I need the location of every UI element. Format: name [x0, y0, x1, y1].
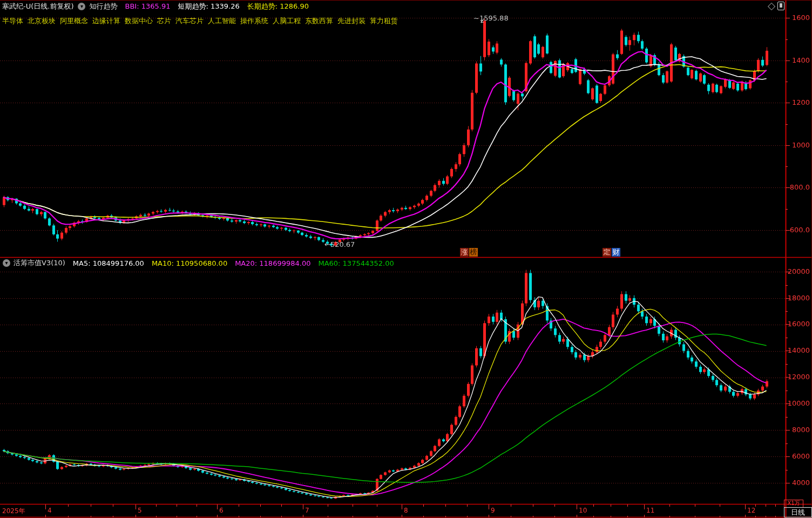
window-panel-icon[interactable] — [777, 2, 784, 10]
price-axis-label: 1600 — [787, 14, 810, 22]
value-axis-label: 18000 — [787, 294, 810, 302]
value-axis-label: 4000 — [787, 479, 810, 487]
value-axis-label: 10000 — [787, 399, 810, 407]
sector-tag[interactable]: 人工智能 — [208, 17, 236, 25]
month-label-5: 5 — [138, 507, 142, 514]
price-axis-label: 1200 — [787, 98, 810, 106]
month-label-8: 8 — [404, 507, 408, 514]
unit-label: X1万 — [784, 500, 803, 508]
month-label-6: 6 — [219, 507, 224, 514]
price-axis-label: 800.0 — [787, 183, 810, 191]
trading-app-window: 寒武纪-U(日线.前复权) ▾ 知行趋势 BBI: 1365.91短期趋势: 1… — [0, 0, 812, 518]
stock-title: 寒武纪-U(日线.前复权) — [2, 2, 73, 11]
ma-value-MA20: MA20: 118699984.00 — [235, 259, 310, 267]
collapse-panel2-icon[interactable]: ▾ — [3, 259, 10, 267]
high-price-annotation: ~1595.88 — [473, 14, 509, 22]
sector-tag[interactable]: 数据中心 — [125, 17, 153, 25]
ma-value-MA10: MA10: 110950680.00 — [152, 259, 227, 267]
low-price-annotation: ←520.67 — [324, 240, 355, 248]
indicator-panel-header: ▾ 活筹市值V3(10) MA5: 108499176.00MA10: 1109… — [3, 259, 394, 267]
sector-tag[interactable]: 算力租赁 — [370, 17, 398, 25]
sector-tag[interactable]: 操作系统 — [240, 17, 268, 25]
year-label: 2025年 — [2, 507, 25, 516]
sector-tag[interactable]: 先进封装 — [337, 17, 366, 25]
quick-button-char: 定 — [603, 248, 611, 257]
value-axis-label: 8000 — [787, 426, 810, 434]
month-label-4: 4 — [48, 507, 52, 514]
sector-tag[interactable]: 边缘计算 — [92, 17, 120, 25]
quick-button-char: 涨 — [460, 248, 469, 257]
price-axis-label: 600.0 — [787, 226, 810, 234]
ma-value-MA60: MA60: 137544352.00 — [318, 259, 394, 267]
sector-tag[interactable]: 汽车芯片 — [175, 17, 204, 25]
panel2-indicator-name: 活筹市值V3(10) — [13, 258, 65, 268]
indicator-value-BBI: BBI: 1365.91 — [125, 2, 170, 10]
value-axis-label: 12000 — [787, 373, 810, 381]
sector-tags-row: 半导体北京板块阿里概念边缘计算数据中心芯片汽车芯片人工智能操作系统人脑工程东数西… — [2, 16, 402, 26]
indicator-value-长期趋势: 长期趋势: 1286.90 — [247, 2, 309, 10]
month-label-7: 7 — [305, 507, 309, 514]
quick-button-1[interactable]: 定财 — [603, 248, 621, 257]
collapse-indicator-icon[interactable]: ▾ — [78, 3, 85, 10]
chart-header: 寒武纪-U(日线.前复权) ▾ 知行趋势 BBI: 1365.91短期趋势: 1… — [2, 2, 309, 11]
quick-button-char: 榜 — [469, 248, 478, 257]
panel2-ma-values: MA5: 108499176.00MA10: 110950680.00MA20:… — [65, 259, 394, 267]
sector-tag[interactable]: 北京板块 — [28, 17, 56, 25]
value-axis-label: 16000 — [787, 320, 810, 328]
sector-tag[interactable]: 阿里概念 — [60, 17, 88, 25]
quick-button-0[interactable]: 涨榜 — [460, 248, 478, 257]
indicator-value-短期趋势: 短期趋势: 1339.26 — [178, 2, 239, 10]
price-axis-label: 1000 — [787, 141, 810, 149]
period-selector[interactable]: 日线 — [784, 507, 812, 517]
value-axis-label: 14000 — [787, 346, 810, 354]
month-label-9: 9 — [491, 507, 495, 514]
indicator-values: BBI: 1365.91短期趋势: 1339.26长期趋势: 1286.90 — [117, 2, 309, 11]
value-axis-label: 20000 — [787, 267, 810, 275]
sector-tag[interactable]: 芯片 — [157, 17, 171, 25]
indicator-name: 知行趋势 — [89, 2, 117, 11]
month-label-11: 11 — [646, 507, 654, 514]
ma-value-MA5: MA5: 108499176.00 — [73, 259, 144, 267]
sector-tag[interactable]: 半导体 — [2, 17, 23, 25]
sector-tag[interactable]: 人脑工程 — [273, 17, 301, 25]
value-axis-label: 6000 — [787, 452, 810, 460]
quick-button-char: 财 — [612, 248, 620, 257]
price-axis-label: 1400 — [787, 56, 810, 64]
sector-tag[interactable]: 东数西算 — [305, 17, 333, 25]
month-label-12: 12 — [747, 507, 755, 514]
month-label-10: 10 — [579, 507, 587, 514]
